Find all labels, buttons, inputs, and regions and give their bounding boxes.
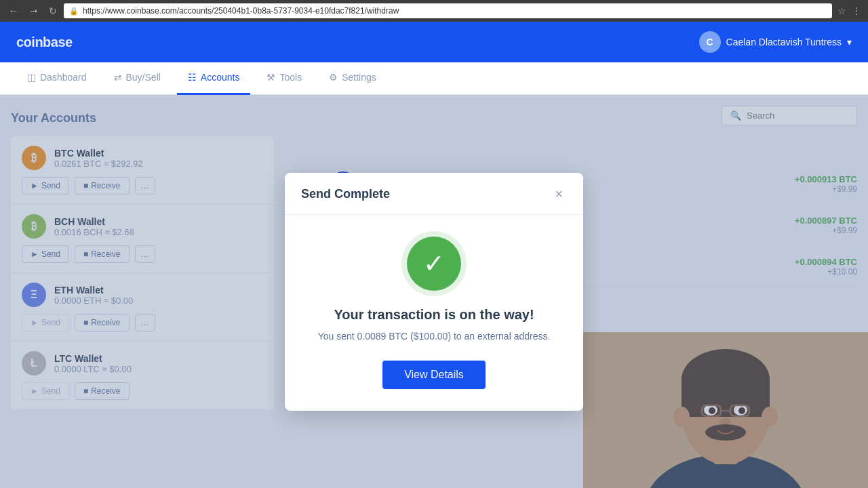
modal-main-text: Your transaction is on the way! xyxy=(301,307,567,323)
nav-item-accounts[interactable]: ☷ Accounts xyxy=(177,62,251,95)
app-header: coinbase C Caelan Dlactavish Tuntress ▾ xyxy=(0,22,868,62)
star-icon[interactable]: ☆ xyxy=(836,4,848,18)
nav-item-buysell[interactable]: ⇄ Buy/Sell xyxy=(103,62,172,95)
address-bar[interactable]: 🔒 https://www.coinbase.com/accounts/2504… xyxy=(64,3,832,18)
modal-title: Send Complete xyxy=(301,187,390,201)
tools-icon: ⚒ xyxy=(267,72,275,83)
url-text: https://www.coinbase.com/accounts/250404… xyxy=(83,6,399,16)
nav-item-tools[interactable]: ⚒ Tools xyxy=(256,62,313,95)
dashboard-icon: ◫ xyxy=(27,72,36,83)
app-logo: coinbase xyxy=(16,35,73,50)
modal-sub-text: You sent 0.0089 BTC ($100.00) to an exte… xyxy=(301,331,567,342)
ssl-lock-icon: 🔒 xyxy=(69,7,79,16)
buysell-icon: ⇄ xyxy=(114,72,122,83)
checkmark-icon: ✓ xyxy=(423,251,445,277)
forward-button[interactable]: → xyxy=(26,3,42,18)
avatar: C xyxy=(699,31,721,53)
modal-overlay: Send Complete × ✓ Your transaction is on… xyxy=(0,95,868,488)
nav-item-dashboard[interactable]: ◫ Dashboard xyxy=(16,62,98,95)
modal-body: ✓ Your transaction is on the way! You se… xyxy=(285,215,583,411)
browser-actions: ☆ ⋮ xyxy=(836,4,863,18)
user-menu[interactable]: C Caelan Dlactavish Tuntress ▾ xyxy=(699,31,852,53)
settings-icon: ⚙ xyxy=(329,72,338,83)
success-circle: ✓ xyxy=(407,237,461,291)
reload-button[interactable]: ↻ xyxy=(46,4,60,18)
main-content: Your Accounts ₿ BTC Wallet 0.0261 BTC ≈ … xyxy=(0,95,868,488)
view-details-button[interactable]: View Details xyxy=(382,361,486,389)
back-button[interactable]: ← xyxy=(5,3,22,18)
chevron-down-icon: ▾ xyxy=(847,37,852,47)
nav-item-settings[interactable]: ⚙ Settings xyxy=(318,62,387,95)
send-complete-modal: Send Complete × ✓ Your transaction is on… xyxy=(285,173,583,411)
browser-chrome: ← → ↻ 🔒 https://www.coinbase.com/account… xyxy=(0,0,868,22)
modal-header: Send Complete × xyxy=(285,173,583,215)
modal-close-button[interactable]: × xyxy=(551,185,567,203)
menu-icon[interactable]: ⋮ xyxy=(850,4,863,18)
user-name: Caelan Dlactavish Tuntress xyxy=(726,37,842,47)
accounts-icon: ☷ xyxy=(188,72,197,83)
main-nav: ◫ Dashboard ⇄ Buy/Sell ☷ Accounts ⚒ Tool… xyxy=(0,62,868,95)
